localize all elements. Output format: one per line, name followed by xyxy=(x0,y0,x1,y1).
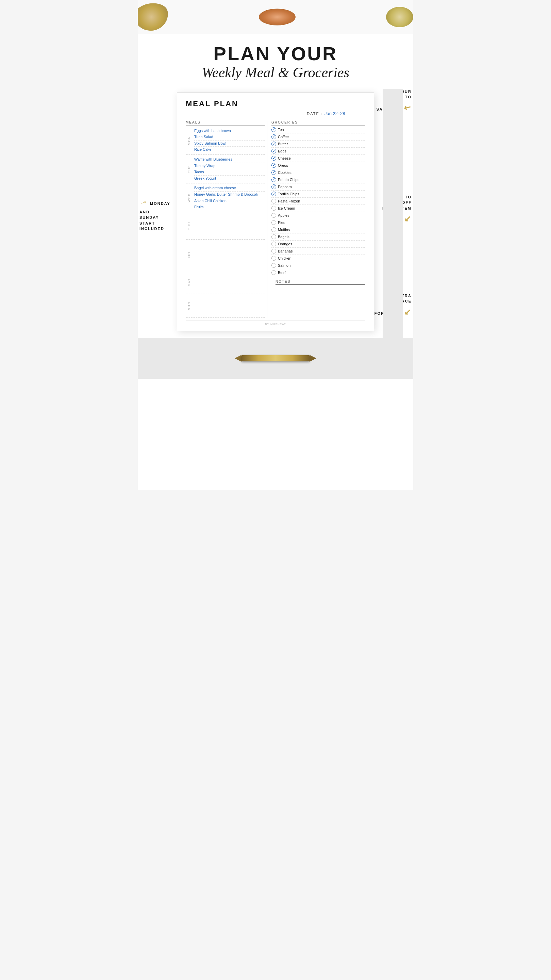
grocery-item[interactable]: Eggs xyxy=(272,148,365,155)
day-label-thu: THU xyxy=(186,212,192,239)
grocery-name: Bananas xyxy=(278,249,292,253)
date-row: DATE : Jan 22–28 xyxy=(186,111,365,117)
pen-tip-left xyxy=(235,355,241,362)
grocery-name: Coffee xyxy=(278,135,289,139)
grocery-item[interactable]: Oranges xyxy=(272,240,365,248)
day-row-wed: WED Bagel with cream cheese Honey Garlic… xyxy=(186,183,265,212)
grocery-name: Chicken xyxy=(278,256,292,260)
grocery-item[interactable]: Tea xyxy=(272,126,365,134)
header-decor xyxy=(138,0,413,34)
meal-salmon[interactable]: Spicy Salmon Bowl xyxy=(194,140,265,147)
arrow-right-top: ↙ xyxy=(401,101,413,115)
day-row-mon: MON Eggs with hash brown Tuna Salad Spic… xyxy=(186,126,265,155)
grocery-checkbox[interactable] xyxy=(272,199,276,204)
grocery-checkbox[interactable] xyxy=(272,185,276,189)
grocery-checkbox[interactable] xyxy=(272,177,276,182)
grocery-checkbox[interactable] xyxy=(272,263,276,268)
day-row-sat: SAT xyxy=(186,270,265,294)
grocery-name: Ice Cream xyxy=(278,206,295,210)
grocery-item[interactable]: Apples xyxy=(272,212,365,219)
grocery-checkbox[interactable] xyxy=(272,242,276,247)
title-section: PLAN YOUR Weekly Meal & Groceries xyxy=(138,34,413,89)
arrow-right-bottom: ↙ xyxy=(404,306,411,318)
grocery-item[interactable]: Muffins xyxy=(272,226,365,234)
day-meals-mon: Eggs with hash brown Tuna Salad Spicy Sa… xyxy=(192,126,265,154)
grocery-checkbox[interactable] xyxy=(272,127,276,132)
annotation-left-mid: → MONDAY AND SUNDAY START INCLUDED xyxy=(140,194,173,232)
day-label-mon: MON xyxy=(186,126,192,154)
planner-card: MEAL PLAN DATE : Jan 22–28 MEALS MON Egg… xyxy=(177,92,374,331)
grocery-name: Butter xyxy=(278,142,288,146)
day-label-sat: SAT xyxy=(186,270,192,294)
grocery-checkbox[interactable] xyxy=(272,142,276,146)
notes-lines[interactable] xyxy=(275,288,365,298)
meal-shrimp[interactable]: Honey Garlic Butter Shrimp & Broccoli xyxy=(194,192,265,198)
meal-plan-heading: MEAL PLAN xyxy=(186,99,365,108)
grocery-checkbox[interactable] xyxy=(272,227,276,232)
grocery-name: Tortilla Chips xyxy=(278,192,299,196)
grocery-checkbox[interactable] xyxy=(272,256,276,261)
date-label: DATE : xyxy=(307,111,323,116)
grocery-item[interactable]: Potato Chips xyxy=(272,176,365,183)
pen-tip-right xyxy=(310,355,316,362)
grocery-item[interactable]: Butter xyxy=(272,140,365,148)
grocery-name: Potato Chips xyxy=(278,178,299,182)
meal-waffle[interactable]: Waffle with Blueberries xyxy=(194,156,265,163)
grocery-list: TeaCoffeeButterEggsCheeseOreosCookiesPot… xyxy=(272,126,365,276)
grocery-checkbox[interactable] xyxy=(272,156,276,161)
grocery-item[interactable]: Beef xyxy=(272,269,365,276)
meals-column: MEALS MON Eggs with hash brown Tuna Sala… xyxy=(186,121,267,318)
meal-turkey[interactable]: Turkey Wrap xyxy=(194,163,265,169)
arrow-right-mid: ↙ xyxy=(404,213,411,225)
grocery-item[interactable]: Oreos xyxy=(272,162,365,169)
grocery-checkbox[interactable] xyxy=(272,270,276,275)
meal-tacos[interactable]: Tacos xyxy=(194,169,265,176)
grocery-checkbox[interactable] xyxy=(272,163,276,168)
grocery-name: Beef xyxy=(278,270,286,275)
meal-yogurt[interactable]: Greek Yogurt xyxy=(194,176,265,182)
grocery-checkbox[interactable] xyxy=(272,192,276,196)
grocery-checkbox[interactable] xyxy=(272,220,276,225)
day-label-sun: SUN xyxy=(186,294,192,318)
meal-tuna[interactable]: Tuna Salad xyxy=(194,134,265,140)
meal-fruits[interactable]: Fruits xyxy=(194,204,265,210)
grocery-checkbox[interactable] xyxy=(272,149,276,153)
grocery-item[interactable]: Pies xyxy=(272,219,365,226)
grocery-item[interactable]: Popcorn xyxy=(272,183,365,191)
meals-column-header: MEALS xyxy=(186,121,265,126)
grocery-item[interactable]: Salmon xyxy=(272,262,365,269)
grocery-name: Muffins xyxy=(278,228,290,232)
grocery-item[interactable]: Pasta Frozen xyxy=(272,198,365,205)
pen-decoration xyxy=(235,355,316,362)
grocery-name: Popcorn xyxy=(278,185,292,189)
meal-eggs[interactable]: Eggs with hash brown xyxy=(194,128,265,134)
notes-section: NOTES xyxy=(272,280,365,298)
grocery-item[interactable]: Tortilla Chips xyxy=(272,191,365,198)
day-meals-tue: Waffle with Blueberries Turkey Wrap Taco… xyxy=(192,155,265,183)
grocery-checkbox[interactable] xyxy=(272,234,276,239)
grocery-checkbox[interactable] xyxy=(272,213,276,218)
date-value[interactable]: Jan 22–28 xyxy=(324,111,365,117)
meal-rice[interactable]: Rice Cake xyxy=(194,147,265,153)
day-label-wed: WED xyxy=(186,183,192,212)
grocery-item[interactable]: Cheese xyxy=(272,155,365,162)
grocery-checkbox[interactable] xyxy=(272,134,276,139)
grocery-item[interactable]: Bagels xyxy=(272,234,365,240)
day-label-fri: FRI xyxy=(186,240,192,270)
grocery-checkbox[interactable] xyxy=(272,206,276,211)
grocery-checkbox[interactable] xyxy=(272,249,276,253)
planner-container: PLAN YOUR WEEK TO SAVE TIME ↙ → MONDAY A… xyxy=(138,89,413,338)
meal-bagel[interactable]: Bagel with cream cheese xyxy=(194,185,265,192)
meal-chicken[interactable]: Asian Chili Chicken xyxy=(194,198,265,205)
grocery-item[interactable]: Cookies xyxy=(272,169,365,176)
grocery-item[interactable]: Coffee xyxy=(272,134,365,140)
day-row-sun: SUN xyxy=(186,294,265,318)
grocery-item[interactable]: Ice Cream xyxy=(272,205,365,212)
day-meals-wed: Bagel with cream cheese Honey Garlic But… xyxy=(192,183,265,212)
grocery-checkbox[interactable] xyxy=(272,170,276,175)
grocery-name: Bagels xyxy=(278,235,289,239)
grocery-item[interactable]: Chicken xyxy=(272,255,365,262)
grocery-item[interactable]: Bananas xyxy=(272,248,365,255)
groceries-column: GROCERIES TeaCoffeeButterEggsCheeseOreos… xyxy=(267,121,365,318)
decor-watch xyxy=(386,7,413,27)
